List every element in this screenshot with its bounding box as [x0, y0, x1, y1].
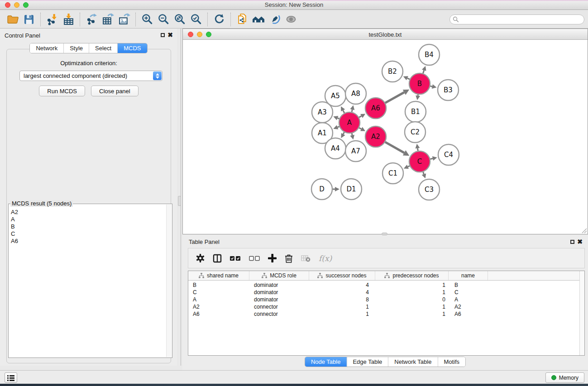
table-close-panel-icon[interactable]: ✖ — [577, 238, 583, 245]
show-columns-icon[interactable] — [213, 254, 222, 263]
graph-edge-A6-B[interactable] — [385, 92, 404, 103]
table-row[interactable]: Adominator80A — [188, 296, 579, 303]
close-panel-icon[interactable]: ✖ — [167, 31, 173, 38]
table-row[interactable]: Bdominator41B — [188, 281, 579, 289]
zoom-in-button[interactable] — [139, 12, 155, 27]
graph-edge-B-B3[interactable] — [430, 86, 432, 86]
graph-node-C2[interactable]: C2 — [405, 122, 425, 143]
graph-edge-A-A3[interactable] — [338, 118, 339, 119]
tab-network-table[interactable]: Network Table — [388, 357, 437, 367]
export-network-button[interactable] — [83, 12, 100, 27]
graph-node-A6[interactable]: A6 — [365, 98, 386, 119]
graph-edge-A-A6[interactable] — [359, 116, 361, 117]
tab-motifs[interactable]: Motifs — [437, 357, 465, 367]
graph-node-B1[interactable]: B1 — [405, 101, 426, 122]
graph-edge-C-C3[interactable] — [423, 172, 424, 174]
graph-node-B4[interactable]: B4 — [419, 44, 440, 65]
toggle-graphics-details-button[interactable] — [283, 12, 299, 27]
vertical-splitter[interactable] — [177, 29, 182, 366]
graph-edge-A2-C[interactable] — [385, 142, 404, 153]
graph-edge-C-C4[interactable] — [430, 158, 433, 159]
mcds-result-item[interactable]: A6 — [9, 238, 166, 245]
criterion-select[interactable]: largest connected component (directed) — [19, 71, 163, 81]
refresh-button[interactable] — [211, 12, 227, 27]
column-header-predecessor-nodes[interactable]: predecessor nodes — [375, 271, 449, 280]
graph-node-D1[interactable]: D1 — [341, 179, 362, 200]
import-table-button[interactable] — [60, 12, 76, 27]
tab-edge-table[interactable]: Edge Table — [346, 357, 388, 367]
result-scrollbar[interactable] — [166, 205, 172, 357]
graph-edge-A-A5[interactable] — [343, 110, 344, 113]
graph-node-D[interactable]: D — [311, 179, 332, 200]
select-all-checks-icon[interactable] — [230, 256, 241, 261]
table-row[interactable]: A2connector11A2 — [188, 303, 579, 310]
graph-edge-B-B4[interactable] — [423, 70, 424, 73]
graph-edge-A-A8[interactable] — [352, 110, 352, 112]
delete-rows-trash-icon[interactable] — [285, 254, 293, 263]
graph-node-C[interactable]: C — [409, 151, 430, 172]
task-history-button[interactable] — [5, 372, 17, 383]
table-row[interactable]: Cdominator41C — [188, 289, 579, 296]
column-header-shared-name[interactable]: shared name — [188, 271, 249, 280]
memory-button[interactable]: Memory — [545, 372, 584, 383]
resize-corner-icon[interactable] — [581, 228, 587, 234]
tab-style[interactable]: Style — [63, 43, 89, 53]
open-session-button[interactable] — [5, 12, 21, 27]
run-mcds-button[interactable]: Run MCDS — [39, 86, 85, 96]
graph-edge-A-A4[interactable] — [343, 132, 344, 134]
graph-node-C4[interactable]: C4 — [438, 144, 459, 165]
graph-node-B3[interactable]: B3 — [438, 80, 459, 100]
column-header-name[interactable]: name — [449, 271, 488, 280]
add-row-icon[interactable] — [268, 254, 277, 262]
zoom-selected-button[interactable] — [188, 12, 204, 27]
table-row[interactable]: A6connector11A6 — [188, 310, 579, 318]
splitter-handle[interactable] — [178, 196, 181, 206]
settings-gear-icon[interactable] — [196, 254, 205, 262]
delete-table-icon[interactable] — [301, 255, 311, 262]
graph-node-C3[interactable]: C3 — [419, 179, 440, 200]
graph-node-B[interactable]: B — [409, 73, 430, 94]
float-panel-icon[interactable] — [161, 33, 165, 37]
clone-network-button[interactable] — [234, 12, 250, 27]
tab-network[interactable]: Network — [30, 43, 63, 53]
graph-node-A[interactable]: A — [339, 112, 360, 133]
graph-edge-B-B2[interactable] — [407, 78, 410, 79]
table-float-panel-icon[interactable] — [570, 240, 574, 244]
deselect-all-checks-icon[interactable] — [249, 256, 260, 261]
table-scrollbar[interactable] — [579, 271, 584, 355]
toggle-annotations-button[interactable] — [267, 12, 283, 27]
graph-node-B2[interactable]: B2 — [382, 61, 403, 82]
graph-node-A7[interactable]: A7 — [345, 141, 366, 162]
tab-mcds[interactable]: MCDS — [117, 43, 147, 53]
graph-edge-A-A1[interactable] — [338, 127, 339, 128]
tab-node-table[interactable]: Node Table — [305, 357, 347, 367]
mcds-result-item[interactable]: B — [9, 223, 166, 230]
network-window-titlebar[interactable]: testGlobe.txt — [183, 29, 588, 40]
import-network-button[interactable] — [44, 12, 60, 27]
graph-edge-C-C2[interactable] — [417, 148, 418, 151]
graph-edge-C-C1[interactable] — [408, 166, 410, 167]
save-session-button[interactable] — [21, 12, 37, 27]
graph-node-A4[interactable]: A4 — [325, 138, 346, 159]
function-builder-icon[interactable]: f(x) — [319, 254, 332, 263]
mcds-result-item[interactable]: C — [9, 230, 166, 238]
column-header-successor-nodes[interactable]: successor nodes — [309, 271, 375, 280]
graph-edge-A-A7[interactable] — [352, 133, 352, 135]
network-overview-button[interactable] — [250, 12, 267, 27]
search-input[interactable] — [449, 14, 584, 24]
graph-node-A2[interactable]: A2 — [365, 126, 386, 147]
graph-node-A8[interactable]: A8 — [345, 83, 366, 104]
column-header-MCDS-role[interactable]: MCDS role — [249, 271, 309, 280]
close-panel-button[interactable]: Close panel — [91, 86, 139, 96]
mcds-result-item[interactable]: A — [9, 216, 166, 223]
tab-select[interactable]: Select — [89, 43, 117, 53]
export-table-button[interactable] — [100, 12, 116, 27]
zoom-out-button[interactable] — [155, 12, 172, 27]
graph-node-A5[interactable]: A5 — [325, 86, 346, 106]
export-image-button[interactable] — [116, 12, 132, 27]
graph-node-C1[interactable]: C1 — [382, 163, 403, 184]
network-canvas[interactable]: AA1A2A3A4A5A6A7A8BB1B2B3B4CC1C2C3C4DD1 — [183, 40, 588, 234]
mcds-result-item[interactable]: A2 — [9, 209, 166, 216]
zoom-fit-button[interactable] — [172, 12, 188, 27]
graph-edge-A-A2[interactable] — [359, 128, 361, 129]
